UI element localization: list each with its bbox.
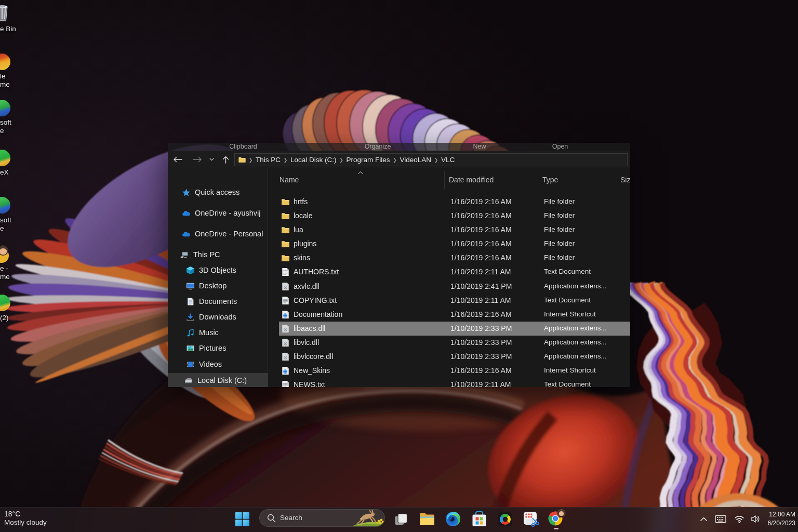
file-name: Documentation bbox=[294, 310, 342, 318]
file-row-libvlccore.dll[interactable]: libvlccore.dll 1/10/2019 2:33 PM Applica… bbox=[279, 350, 630, 364]
sort-ascending-icon bbox=[357, 171, 364, 175]
internet-shortcut-icon bbox=[281, 310, 290, 319]
file-row-plugins[interactable]: plugins 1/16/2019 2:16 AM File folder bbox=[279, 237, 630, 251]
breadcrumb-program-files[interactable]: Program Files bbox=[346, 156, 390, 164]
red-yellow-sphere-icon bbox=[0, 52, 11, 71]
volume-button[interactable] bbox=[747, 507, 763, 531]
file-row-New_Skins[interactable]: New_Skins 1/16/2019 2:16 AM Internet Sho… bbox=[279, 364, 630, 378]
sidebar-item-downloads[interactable]: Downloads bbox=[168, 310, 236, 324]
sidebar-item-music[interactable]: Music bbox=[168, 325, 219, 340]
sidebar-item-desktop[interactable]: Desktop bbox=[168, 278, 227, 293]
music-note-icon bbox=[186, 328, 195, 337]
file-row-libvlc.dll[interactable]: libvlc.dll 1/10/2019 2:33 PM Application… bbox=[279, 336, 630, 350]
desktop: { "desktop": { "icons": [ {"name": "recy… bbox=[0, 0, 798, 532]
sidebar-item-label: Downloads bbox=[199, 313, 236, 321]
touch-keyboard-button[interactable] bbox=[713, 507, 728, 531]
crumb-sep: ❯ bbox=[336, 157, 346, 163]
sidebar-item-quick-access[interactable]: Quick access bbox=[168, 185, 240, 200]
sidebar-item-label: Videos bbox=[199, 360, 222, 368]
cloud-icon bbox=[182, 209, 191, 218]
text-document-icon bbox=[281, 296, 290, 305]
tray-chevron-button[interactable] bbox=[697, 507, 710, 531]
breadcrumb-vlc[interactable]: VLC bbox=[441, 156, 455, 164]
column-type[interactable]: Type bbox=[542, 176, 558, 184]
sidebar-item-local-disk-c[interactable]: Local Disk (C:) bbox=[168, 373, 268, 387]
wifi-icon bbox=[734, 515, 744, 523]
desktop-icon-label: me bbox=[0, 272, 10, 281]
breadcrumb-local-disk[interactable]: Local Disk (C:) bbox=[290, 156, 337, 164]
file-type: Application extens... bbox=[544, 352, 607, 360]
internet-shortcut-icon bbox=[281, 366, 290, 375]
file-row-Documentation[interactable]: Documentation 1/16/2019 2:16 AM Internet… bbox=[279, 308, 630, 322]
file-date-modified: 1/16/2019 2:16 AM bbox=[450, 254, 512, 262]
column-size[interactable]: Size bbox=[620, 176, 630, 184]
text-document-icon bbox=[281, 380, 290, 387]
breadcrumb-videolan[interactable]: VideoLAN bbox=[400, 156, 431, 164]
file-row-AUTHORS.txt[interactable]: AUTHORS.txt 1/10/2019 2:11 AM Text Docum… bbox=[279, 265, 630, 279]
file-type: File folder bbox=[544, 211, 575, 219]
sidebar-item-label: This PC bbox=[193, 250, 220, 259]
ribbon-group-new: New bbox=[473, 143, 486, 150]
text-document-icon bbox=[281, 268, 290, 276]
file-row-skins[interactable]: skins 1/16/2019 2:16 AM File folder bbox=[279, 251, 630, 265]
file-date-modified: 1/10/2019 2:11 AM bbox=[450, 380, 511, 387]
cloud-icon bbox=[182, 230, 191, 238]
star-icon bbox=[182, 188, 191, 197]
file-row-lua[interactable]: lua 1/16/2019 2:16 AM File folder bbox=[279, 223, 630, 237]
file-name: plugins bbox=[294, 240, 316, 248]
file-type: File folder bbox=[544, 225, 575, 233]
column-name[interactable]: Name bbox=[280, 176, 299, 184]
column-date-modified[interactable]: Date modified bbox=[449, 176, 494, 184]
file-date-modified: 1/16/2019 2:16 AM bbox=[450, 225, 512, 234]
column-headers: Name Date modified Type Size bbox=[268, 168, 630, 190]
up-button[interactable] bbox=[220, 151, 231, 168]
file-row-COPYING.txt[interactable]: COPYING.txt 1/10/2019 2:11 AM Text Docum… bbox=[279, 294, 630, 308]
folder-icon bbox=[281, 225, 290, 234]
sidebar-item-label: Desktop bbox=[199, 282, 227, 290]
folder-icon bbox=[281, 254, 290, 262]
explorer-navbar: ❯ This PC ❯ Local Disk (C:) ❯ Program Fi… bbox=[168, 151, 630, 168]
breadcrumb-this-pc[interactable]: This PC bbox=[256, 156, 281, 164]
videos-icon bbox=[186, 360, 195, 369]
file-type: Application extens... bbox=[544, 324, 607, 332]
sidebar-item-this-pc[interactable]: This PC bbox=[168, 247, 220, 262]
sidebar-item-onedrive-personal[interactable]: OneDrive - Personal bbox=[168, 227, 263, 241]
forward-button[interactable] bbox=[192, 151, 203, 168]
sidebar-item-onedrive-ayushvij[interactable]: OneDrive - ayushvij bbox=[168, 206, 261, 220]
sidebar-item-label: OneDrive - Personal bbox=[195, 230, 263, 238]
file-name: hrtfs bbox=[294, 197, 308, 206]
file-row-hrtfs[interactable]: hrtfs 1/16/2019 2:16 AM File folder bbox=[279, 195, 630, 209]
explorer-body: Quick access OneDrive - ayushvij OneDriv… bbox=[168, 168, 630, 387]
file-type: Text Document bbox=[544, 268, 591, 275]
recent-locations-chevron[interactable] bbox=[208, 151, 215, 168]
address-bar[interactable]: ❯ This PC ❯ Local Disk (C:) ❯ Program Fi… bbox=[234, 153, 628, 166]
wifi-button[interactable] bbox=[732, 507, 747, 531]
desktop-icon-label: e - bbox=[0, 264, 8, 273]
tray-clock[interactable]: 12:00 AM 6/20/2023 bbox=[768, 510, 795, 528]
this-pc-icon bbox=[180, 250, 189, 259]
file-type: File folder bbox=[544, 197, 575, 205]
sidebar-item-label: OneDrive - ayushvij bbox=[195, 209, 261, 217]
file-row-locale[interactable]: locale 1/16/2019 2:16 AM File folder bbox=[279, 209, 630, 223]
file-date-modified: 1/16/2019 2:16 AM bbox=[450, 240, 512, 248]
sidebar-item-label: Pictures bbox=[199, 344, 226, 352]
file-row-axvlc.dll[interactable]: axvlc.dll 1/10/2019 2:41 PM Application … bbox=[279, 280, 630, 294]
desktop-icon-label: soft bbox=[0, 118, 11, 127]
file-row-libaacs.dll[interactable]: libaacs.dll 1/10/2019 2:33 PM Applicatio… bbox=[279, 322, 630, 336]
sidebar-item-videos[interactable]: Videos bbox=[168, 357, 222, 371]
file-row-NEWS.txt[interactable]: NEWS.txt 1/10/2019 2:11 AM Text Document bbox=[279, 378, 630, 387]
file-date-modified: 1/10/2019 2:33 PM bbox=[450, 352, 512, 361]
file-type: Internet Shortcut bbox=[544, 366, 596, 374]
file-date-modified: 1/16/2019 2:16 AM bbox=[450, 366, 512, 375]
desktop-icon-label: le bbox=[0, 72, 6, 81]
sidebar-item-3d-objects[interactable]: 3D Objects bbox=[168, 263, 236, 277]
column-divider bbox=[538, 171, 538, 189]
file-name: COPYING.txt bbox=[294, 296, 337, 304]
sidebar-item-pictures[interactable]: Pictures bbox=[168, 341, 226, 355]
file-date-modified: 1/10/2019 2:11 AM bbox=[450, 296, 511, 304]
file-type: Application extens... bbox=[544, 282, 607, 290]
green-blue-sphere-icon-2 bbox=[0, 196, 11, 215]
sidebar-item-documents[interactable]: Documents bbox=[168, 294, 237, 309]
file-date-modified: 1/10/2019 2:41 PM bbox=[450, 282, 512, 290]
back-button[interactable] bbox=[172, 151, 183, 168]
